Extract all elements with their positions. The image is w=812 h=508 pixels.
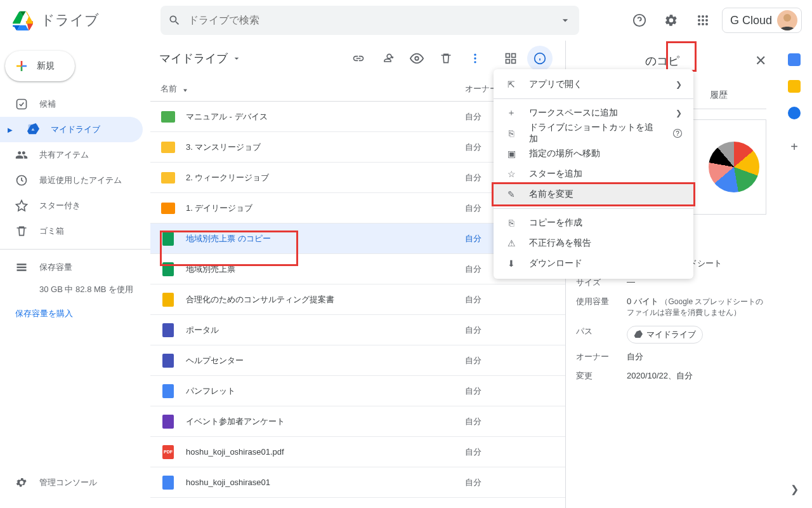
info-icon[interactable] xyxy=(527,46,553,71)
buy-storage-link[interactable]: 保存容量を購入 xyxy=(0,308,150,319)
svg-rect-20 xyxy=(506,54,510,58)
app-title: ドライブ xyxy=(41,11,99,30)
file-type-icon xyxy=(160,475,176,490)
plus-icon: ＋ xyxy=(505,107,518,119)
menu-item-star[interactable]: ☆ スターを追加 xyxy=(494,164,693,184)
share-icon[interactable] xyxy=(375,46,400,71)
star-icon xyxy=(15,199,28,212)
sidebar-item-storage[interactable]: 保存容量 xyxy=(0,255,143,280)
drive-logo-icon[interactable] xyxy=(10,8,36,33)
close-icon[interactable]: ✕ xyxy=(755,53,766,69)
menu-item-open-with[interactable]: ⇱ アプリで開く ❯ xyxy=(494,74,693,95)
svg-point-8 xyxy=(702,23,704,25)
more-actions-icon[interactable] xyxy=(462,46,488,71)
sidebar-item-shared[interactable]: 共有アイテム xyxy=(0,142,143,168)
report-icon: ⚠ xyxy=(505,237,518,250)
file-name: ヘルプセンター xyxy=(186,355,465,366)
menu-item-copy[interactable]: ⎘ コピーを作成 xyxy=(494,213,693,233)
svg-rect-22 xyxy=(506,60,510,64)
sidebar-item-suggested[interactable]: 候補 xyxy=(0,91,143,117)
search-bar[interactable] xyxy=(160,6,579,35)
search-input[interactable] xyxy=(188,15,551,26)
details-title: のコピ xyxy=(645,53,679,69)
file-name: hoshu_koji_oshirase01 xyxy=(186,478,465,487)
file-name: 3. マンスリージョブ xyxy=(186,142,465,153)
drive-icon xyxy=(27,123,39,136)
trash-icon xyxy=(15,225,28,237)
preview-icon[interactable] xyxy=(404,46,429,71)
menu-item-shortcut[interactable]: ⎘ ドライブにショートカットを追加 ? xyxy=(494,123,693,144)
file-name: パンフレット xyxy=(186,385,465,397)
menu-item-report[interactable]: ⚠ 不正行為を報告 xyxy=(494,233,693,253)
svg-point-7 xyxy=(698,23,700,25)
file-type-icon xyxy=(160,353,176,368)
settings-icon[interactable] xyxy=(658,8,684,33)
col-name-header[interactable]: 名前 xyxy=(160,83,465,95)
account-chip[interactable]: G Cloud xyxy=(722,8,802,33)
menu-item-plus[interactable]: ＋ ワークスペースに追加 ❯ xyxy=(494,103,693,123)
get-link-icon[interactable] xyxy=(346,46,371,71)
delete-icon[interactable] xyxy=(433,46,459,71)
file-row[interactable]: ヘルプセンター 自分 xyxy=(150,345,565,376)
menu-item-move[interactable]: ▣ 指定の場所へ移動 xyxy=(494,144,693,164)
file-owner: 自分 xyxy=(465,324,554,336)
sidebar-item-recent[interactable]: 最近使用したアイテム xyxy=(0,168,143,193)
file-type-icon xyxy=(160,170,176,185)
help-icon[interactable] xyxy=(627,8,652,33)
search-options-icon[interactable] xyxy=(559,14,572,27)
sidebar-item-mydrive[interactable]: ▶ マイドライブ xyxy=(0,117,143,142)
sidebar-item-trash[interactable]: ゴミ箱 xyxy=(0,218,143,244)
file-row[interactable]: hoshu_koji_oshirase01 自分 xyxy=(150,467,565,498)
file-type-icon xyxy=(160,140,176,155)
file-type-icon xyxy=(160,201,176,216)
svg-rect-21 xyxy=(512,54,516,58)
file-row[interactable]: パンフレット 自分 xyxy=(150,376,565,406)
clock-icon xyxy=(15,174,28,187)
svg-rect-14 xyxy=(17,267,27,269)
chevron-right-icon: ❯ xyxy=(676,109,682,117)
keep-icon[interactable] xyxy=(788,80,801,93)
file-type-icon xyxy=(160,292,176,307)
svg-point-3 xyxy=(705,15,708,18)
svg-point-2 xyxy=(702,15,704,18)
svg-point-6 xyxy=(705,19,708,22)
apps-icon[interactable] xyxy=(690,8,716,33)
action-bar xyxy=(346,46,553,71)
grid-view-icon[interactable] xyxy=(498,46,523,71)
chevron-right-icon[interactable]: ❯ xyxy=(790,483,799,495)
add-addon-icon[interactable]: + xyxy=(790,140,798,154)
open-with-icon: ⇱ xyxy=(505,78,518,91)
menu-item-pencil[interactable]: ✎ 名前を変更 xyxy=(494,184,693,204)
sidebar-item-admin[interactable]: 管理コンソール xyxy=(0,470,143,495)
file-row[interactable]: PDF hoshu_koji_oshirase01.pdf 自分 xyxy=(150,437,565,467)
highlight-box xyxy=(160,231,298,266)
svg-rect-15 xyxy=(17,269,27,271)
svg-point-16 xyxy=(415,57,419,60)
header-icons: G Cloud xyxy=(627,8,802,33)
calendar-icon[interactable] xyxy=(788,53,801,66)
storage-icon xyxy=(15,261,28,274)
sidebar-item-starred[interactable]: スター付き xyxy=(0,193,143,218)
new-button[interactable]: 新規 xyxy=(5,51,75,81)
file-owner: 自分 xyxy=(465,294,554,305)
menu-item-download[interactable]: ⬇ ダウンロード xyxy=(494,253,693,274)
file-owner: 自分 xyxy=(465,446,554,458)
file-owner: 自分 xyxy=(465,477,554,488)
svg-rect-11 xyxy=(17,100,27,109)
account-name: G Cloud xyxy=(730,14,772,27)
file-row[interactable]: イベント参加者アンケート 自分 xyxy=(150,406,565,437)
file-name: 合理化のためのコンサルティング提案書 xyxy=(186,294,465,305)
file-row[interactable]: ポータル 自分 xyxy=(150,315,565,345)
file-type-icon: PDF xyxy=(160,444,176,460)
svg-point-17 xyxy=(474,54,476,56)
storage-usage: 30 GB 中 82.8 MB を使用 xyxy=(0,284,150,295)
avatar xyxy=(777,10,797,30)
breadcrumb[interactable]: マイドライブ xyxy=(159,51,242,66)
tasks-icon[interactable] xyxy=(788,107,801,119)
svg-point-10 xyxy=(783,14,791,22)
shortcut-icon: ⎘ xyxy=(505,127,518,140)
file-type-icon xyxy=(160,323,176,338)
file-row[interactable]: 合理化のためのコンサルティング提案書 自分 xyxy=(150,284,565,315)
svg-point-4 xyxy=(698,19,700,22)
path-chip[interactable]: マイドライブ xyxy=(627,326,703,344)
